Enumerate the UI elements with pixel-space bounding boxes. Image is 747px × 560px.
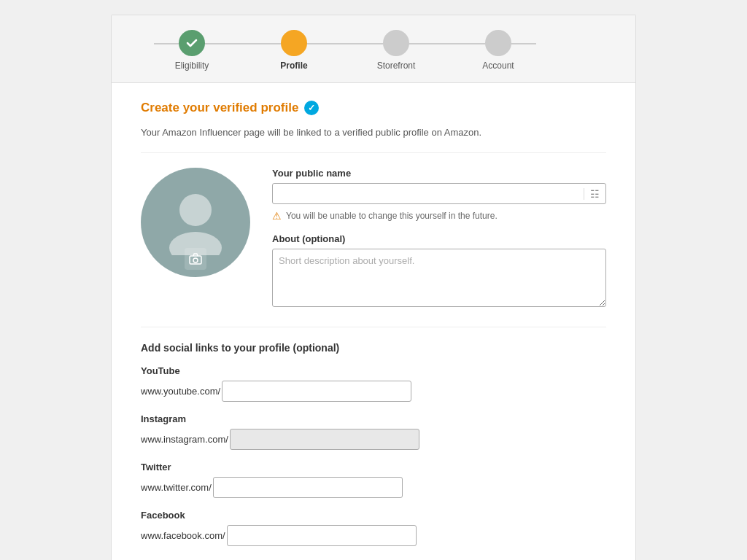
list-icon[interactable]: ☷ xyxy=(584,188,605,200)
step-account: Account xyxy=(447,30,549,71)
camera-icon[interactable] xyxy=(185,248,206,270)
public-name-label: Your public name xyxy=(272,168,606,179)
step-label-eligibility: Eligibility xyxy=(175,61,209,71)
profile-row: Your public name ☷ ⚠ You will be unable … xyxy=(141,168,606,309)
social-field-facebook: Facebook www.facebook.com/ xyxy=(141,510,606,546)
progress-section: Eligibility Profile Storefront Account xyxy=(112,15,635,83)
social-field-youtube: YouTube www.youtube.com/ xyxy=(141,365,606,402)
warning-message: You will be unable to change this yourse… xyxy=(286,211,498,221)
step-label-profile: Profile xyxy=(280,61,307,71)
verified-icon: ✓ xyxy=(304,101,319,115)
social-links-section: Add social links to your profile (option… xyxy=(141,327,606,546)
instagram-prefix: www.instagram.com/ xyxy=(141,434,228,445)
youtube-input-row: www.youtube.com/ xyxy=(141,381,606,402)
warning-triangle-icon: ⚠ xyxy=(272,210,282,222)
form-fields: Your public name ☷ ⚠ You will be unable … xyxy=(272,168,606,309)
svg-point-3 xyxy=(193,258,198,262)
youtube-label: YouTube xyxy=(141,365,606,376)
instagram-label: Instagram xyxy=(141,413,606,424)
about-textarea[interactable] xyxy=(272,249,606,307)
facebook-input-row: www.facebook.com/ xyxy=(141,525,606,546)
instagram-input[interactable] xyxy=(230,429,419,450)
instagram-input-row: www.instagram.com/ xyxy=(141,429,606,450)
social-field-twitter: Twitter www.twitter.com/ xyxy=(141,462,606,498)
facebook-label: Facebook xyxy=(141,510,606,521)
step-circle-storefront xyxy=(383,30,409,56)
section-title-row: Create your verified profile ✓ xyxy=(141,101,606,115)
twitter-label: Twitter xyxy=(141,462,606,472)
youtube-input[interactable] xyxy=(222,381,411,402)
step-label-storefront: Storefront xyxy=(377,61,416,71)
step-profile: Profile xyxy=(243,30,345,71)
step-label-account: Account xyxy=(482,61,514,71)
step-circle-eligibility xyxy=(179,30,205,56)
avatar-container[interactable] xyxy=(141,168,250,277)
twitter-prefix: www.twitter.com/ xyxy=(141,482,212,493)
description-text: Your Amazon Influencer page will be link… xyxy=(141,127,606,153)
main-content: Create your verified profile ✓ Your Amaz… xyxy=(112,83,635,560)
step-circle-profile xyxy=(281,30,307,56)
social-section-title: Add social links to your profile (option… xyxy=(141,342,606,354)
svg-point-0 xyxy=(179,194,212,226)
step-storefront: Storefront xyxy=(345,30,447,71)
facebook-prefix: www.facebook.com/ xyxy=(141,530,225,541)
facebook-input[interactable] xyxy=(227,525,417,546)
step-eligibility: Eligibility xyxy=(141,30,243,71)
youtube-prefix: www.youtube.com/ xyxy=(141,386,220,397)
step-circle-account xyxy=(485,30,511,56)
section-title-text: Create your verified profile xyxy=(141,101,298,115)
person-icon xyxy=(166,190,225,255)
public-name-input[interactable] xyxy=(273,184,584,203)
twitter-input[interactable] xyxy=(213,477,403,498)
progress-steps: Eligibility Profile Storefront Account xyxy=(141,30,549,71)
about-label: About (optional) xyxy=(272,233,606,244)
social-field-instagram: Instagram www.instagram.com/ xyxy=(141,413,606,450)
public-name-input-wrapper: ☷ xyxy=(272,183,606,204)
warning-row: ⚠ You will be unable to change this your… xyxy=(272,210,606,222)
main-container: Eligibility Profile Storefront Account C… xyxy=(111,15,636,560)
twitter-input-row: www.twitter.com/ xyxy=(141,477,606,498)
